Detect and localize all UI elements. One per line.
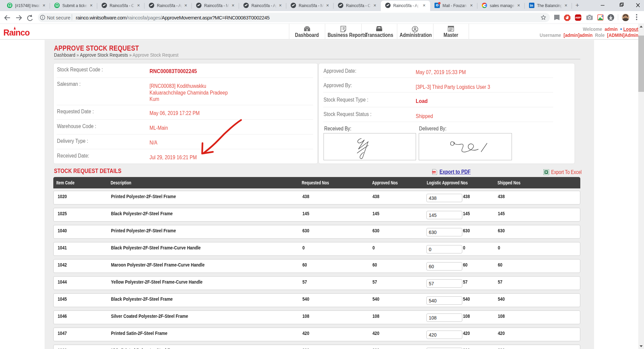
svg-text:PDF: PDF [432,171,436,173]
